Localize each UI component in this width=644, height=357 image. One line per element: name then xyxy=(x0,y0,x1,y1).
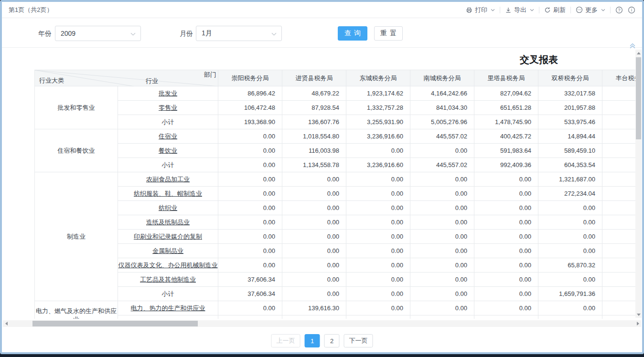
cross-report-table: 行业大类 行业 部门 崇阳税务分局进贤县税务局东城税务分局南城税务分局里塔县税务… xyxy=(34,70,636,319)
help-button[interactable]: ? xyxy=(615,6,623,14)
value-cell xyxy=(602,273,637,287)
svg-text:?: ? xyxy=(618,8,620,12)
industry-link[interactable]: 仪器仪表及文化、办公用机械制造业 xyxy=(118,258,218,273)
query-button[interactable]: 查询 xyxy=(338,26,367,41)
subtotal-label: 小计 xyxy=(118,158,218,172)
month-select[interactable]: 1月 xyxy=(196,26,282,41)
column-header-bureau-6: 丰台税务分局 xyxy=(602,70,637,86)
refresh-button[interactable]: 刷新 xyxy=(544,6,566,14)
more-button[interactable]: 更多 xyxy=(576,6,605,14)
industry-link[interactable]: 工艺品及其他制造业 xyxy=(118,273,218,287)
value-cell: 3,255,931.90 xyxy=(346,115,410,129)
value-cell: 193,368.90 xyxy=(218,115,282,129)
year-label: 年份 xyxy=(38,30,52,38)
industry-link[interactable]: 金属制品业 xyxy=(118,244,218,258)
value-cell: 0.00 xyxy=(410,258,474,273)
column-header-bureau-4: 里塔县税务局 xyxy=(474,70,538,86)
horizontal-scroll-thumb[interactable] xyxy=(32,321,198,326)
scroll-right-arrow[interactable] xyxy=(634,320,641,327)
year-select[interactable]: 2009 xyxy=(55,26,141,41)
industry-link[interactable]: 纺织业 xyxy=(118,201,218,215)
table-row: 水的生产和供应业0.000.000.000.000.000.00 xyxy=(35,315,637,319)
value-cell: 651,651.28 xyxy=(474,101,538,115)
table-row: 电力、燃气及水的生产和供应业电力、热力的生产和供应业0.00139,616.30… xyxy=(35,301,637,315)
filter-bar: 年份 2009 月份 1月 查询 重置 xyxy=(2,18,642,48)
value-cell: 48,679.22 xyxy=(282,86,346,101)
page-button-1[interactable]: 1 xyxy=(305,334,320,347)
value-cell xyxy=(602,315,637,319)
value-cell: 0.00 xyxy=(282,273,346,287)
vertical-scrollbar[interactable] xyxy=(635,50,642,318)
value-cell: 604,353.54 xyxy=(538,158,602,172)
value-cell: 0.00 xyxy=(218,230,282,244)
table-row: 小计193,368.90136,607.763,255,931.905,005,… xyxy=(35,115,637,129)
industry-link[interactable]: 纺织服装、鞋、帽制造业 xyxy=(118,187,218,201)
value-cell: 332,017.58 xyxy=(538,86,602,101)
export-button[interactable]: 导出 xyxy=(505,6,534,14)
column-header-bureau-5: 双桥税务分局 xyxy=(538,70,602,86)
value-cell: 0.00 xyxy=(474,273,538,287)
value-cell: 0.00 xyxy=(346,144,410,158)
value-cell: 0.00 xyxy=(282,244,346,258)
industry-link[interactable]: 造纸及纸制品业 xyxy=(118,215,218,230)
scroll-up-arrow[interactable] xyxy=(635,50,642,56)
value-cell: 3,236,916.60 xyxy=(346,129,410,144)
value-cell: 0.00 xyxy=(410,230,474,244)
value-cell xyxy=(602,201,637,215)
prev-page-button[interactable]: 上一页 xyxy=(271,334,301,347)
industry-link[interactable]: 电力、热力的生产和供应业 xyxy=(118,301,218,315)
scroll-left-arrow[interactable] xyxy=(3,320,10,327)
value-cell: 1,332,757.28 xyxy=(346,101,410,115)
industry-link[interactable]: 农副食品加工业 xyxy=(118,172,218,187)
report-content: 交叉报表 行业大类 行业 xyxy=(2,48,642,352)
industry-link[interactable]: 印刷业和记录媒介的复制 xyxy=(118,230,218,244)
print-button[interactable]: 打印 xyxy=(466,6,495,14)
value-cell: 0.00 xyxy=(282,201,346,215)
column-header-bureau-1: 进贤县税务局 xyxy=(282,70,346,86)
next-page-button[interactable]: 下一页 xyxy=(344,334,373,347)
value-cell xyxy=(602,244,637,258)
value-cell: 0.00 xyxy=(410,244,474,258)
chevron-down-icon xyxy=(491,9,495,11)
value-cell: 0.00 xyxy=(538,315,602,319)
value-cell: 0.00 xyxy=(346,215,410,230)
value-cell: 0.00 xyxy=(346,172,410,187)
industry-link[interactable]: 住宿业 xyxy=(118,129,218,144)
value-cell: 445,557.02 xyxy=(410,158,474,172)
value-cell: 0.00 xyxy=(346,230,410,244)
value-cell: 0.00 xyxy=(282,287,346,301)
value-cell: 591,983.64 xyxy=(474,144,538,158)
info-button[interactable]: i xyxy=(628,6,635,14)
value-cell: 0.00 xyxy=(218,158,282,172)
value-cell: 0.00 xyxy=(410,287,474,301)
value-cell xyxy=(602,172,637,187)
value-cell xyxy=(602,115,637,129)
value-cell: 0.00 xyxy=(346,287,410,301)
industry-link[interactable]: 批发业 xyxy=(118,86,218,101)
scroll-down-arrow[interactable] xyxy=(635,311,642,318)
category-cell: 电力、燃气及水的生产和供应业 xyxy=(35,301,118,319)
value-cell: 0.00 xyxy=(346,301,410,315)
column-header-bureau-2: 东城税务分局 xyxy=(346,70,410,86)
vertical-scroll-thumb[interactable] xyxy=(636,57,641,139)
value-cell: 0.00 xyxy=(474,187,538,201)
value-cell: 0.00 xyxy=(474,258,538,273)
horizontal-scrollbar[interactable] xyxy=(3,320,641,327)
month-select-value: 1月 xyxy=(202,29,212,38)
value-cell: 0.00 xyxy=(410,215,474,230)
industry-link[interactable]: 零售业 xyxy=(118,101,218,115)
category-cell: 住宿和餐饮业 xyxy=(35,129,118,172)
reset-button[interactable]: 重置 xyxy=(374,26,403,41)
page-button-2[interactable]: 2 xyxy=(324,334,340,347)
value-cell: 1,134,558.78 xyxy=(282,158,346,172)
column-header-bureau-0: 崇阳税务分局 xyxy=(218,70,282,86)
value-cell: 0.00 xyxy=(410,144,474,158)
industry-link[interactable]: 餐饮业 xyxy=(118,144,218,158)
value-cell: 400,425.72 xyxy=(474,129,538,144)
industry-link[interactable]: 水的生产和供应业 xyxy=(118,315,218,319)
value-cell: 0.00 xyxy=(282,258,346,273)
value-cell: 0.00 xyxy=(346,315,410,319)
value-cell: 0.00 xyxy=(538,301,602,315)
value-cell: 0.00 xyxy=(538,230,602,244)
toolbar-separator xyxy=(500,7,500,13)
